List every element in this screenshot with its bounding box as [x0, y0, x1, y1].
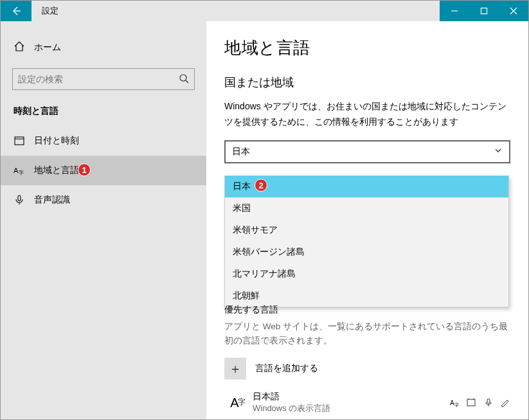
- arrow-left-icon: [11, 6, 21, 16]
- country-dropdown: 日本 2 米国 米領サモア 米領バージン諸島 北マリアナ諸島 北朝鮮: [224, 176, 509, 307]
- preferred-languages-sub: アプリと Web サイトは、一覧にあるサポートされている言語のうち最初の言語で表…: [224, 320, 510, 347]
- home-link[interactable]: ホーム: [1, 34, 206, 60]
- nav-item-datetime[interactable]: 日付と時刻: [1, 126, 206, 156]
- home-label: ホーム: [34, 42, 61, 53]
- minimize-icon: [451, 7, 458, 15]
- main: ホーム 時刻と言語 日付と時刻 A字 地域と言語 1 音声: [1, 21, 528, 419]
- chevron-down-icon: [494, 146, 503, 157]
- dropdown-item[interactable]: 北マリアナ諸島: [225, 263, 508, 285]
- dropdown-label: 米国: [233, 203, 251, 213]
- nav-label: 音声認識: [34, 194, 70, 206]
- keyboard-layout-icon[interactable]: A字: [450, 397, 460, 408]
- add-language-label: 言語を追加する: [255, 363, 318, 374]
- svg-text:A: A: [450, 399, 454, 406]
- maximize-button[interactable]: [469, 1, 499, 21]
- calendar-icon: [13, 135, 25, 147]
- svg-rect-5: [18, 196, 21, 201]
- nav-label: 地域と言語: [34, 165, 79, 176]
- sidebar: ホーム 時刻と言語 日付と時刻 A字 地域と言語 1 音声: [1, 21, 206, 419]
- language-actions: A字: [450, 397, 510, 408]
- maximize-icon: [480, 7, 488, 15]
- preferred-languages-title: 優先する言語: [224, 304, 510, 316]
- search-input[interactable]: [18, 74, 179, 84]
- close-icon: [510, 7, 517, 15]
- speech-icon[interactable]: [483, 397, 494, 408]
- minimize-button[interactable]: [440, 1, 469, 21]
- dropdown-label: 米領バージン諸島: [233, 246, 305, 257]
- nav-label: 日付と時刻: [34, 135, 79, 147]
- svg-text:A: A: [13, 167, 19, 174]
- language-glyph-icon: A字: [224, 393, 245, 412]
- svg-rect-9: [487, 399, 490, 403]
- dropdown-item[interactable]: 日本 2: [225, 176, 508, 197]
- language-name: 日本語: [253, 391, 330, 403]
- dropdown-label: 北マリアナ諸島: [233, 268, 296, 278]
- titlebar: 設定: [1, 1, 528, 21]
- language-entry[interactable]: A字 日本語 Windows の表示言語 A字: [224, 391, 510, 414]
- dropdown-label: 米領サモア: [233, 224, 278, 235]
- section-subtext: Windows やアプリでは、お住まいの国または地域に対応したコンテンツを提供す…: [224, 99, 510, 130]
- svg-point-1: [180, 75, 186, 81]
- svg-text:字: 字: [19, 170, 24, 176]
- back-button[interactable]: [1, 1, 31, 21]
- svg-rect-2: [15, 137, 24, 145]
- plus-icon: ＋: [224, 358, 246, 379]
- combo-value: 日本: [232, 146, 250, 158]
- language-icon: A字: [13, 165, 25, 176]
- search-box[interactable]: [12, 68, 195, 90]
- page-heading: 地域と言語: [224, 37, 510, 59]
- svg-rect-8: [467, 399, 475, 406]
- language-subtext: Windows の表示言語: [253, 403, 330, 414]
- dropdown-label: 北朝鮮: [233, 290, 260, 300]
- section-heading: 国または地域: [224, 75, 510, 90]
- add-language-button[interactable]: ＋ 言語を追加する: [224, 358, 510, 379]
- country-combo[interactable]: 日本: [224, 140, 510, 163]
- dropdown-item[interactable]: 米国: [225, 197, 508, 219]
- callout-badge-1: 1: [78, 163, 91, 176]
- window-title: 設定: [31, 1, 440, 21]
- dropdown-item[interactable]: 北朝鮮: [225, 285, 508, 307]
- category-title: 時刻と言語: [1, 103, 206, 126]
- language-info: 日本語 Windows の表示言語: [253, 391, 330, 414]
- dropdown-item[interactable]: 米領サモア: [225, 219, 508, 241]
- home-icon: [13, 41, 25, 54]
- microphone-icon: [13, 194, 25, 206]
- dropdown-label: 日本: [233, 181, 251, 191]
- content: 地域と言語 国または地域 Windows やアプリでは、お住まいの国または地域に…: [206, 21, 528, 419]
- nav-item-region-language[interactable]: A字 地域と言語 1: [1, 156, 206, 185]
- dropdown-item[interactable]: 米領バージン諸島: [225, 241, 508, 263]
- svg-rect-0: [481, 8, 487, 14]
- window-controls: [440, 1, 528, 21]
- nav-item-speech[interactable]: 音声認識: [1, 185, 206, 215]
- close-button[interactable]: [499, 1, 528, 21]
- svg-text:字: 字: [454, 403, 459, 407]
- search-icon: [179, 73, 189, 86]
- handwriting-icon[interactable]: [500, 397, 510, 408]
- region-format-icon[interactable]: [467, 397, 477, 408]
- callout-badge-2: 2: [255, 179, 267, 192]
